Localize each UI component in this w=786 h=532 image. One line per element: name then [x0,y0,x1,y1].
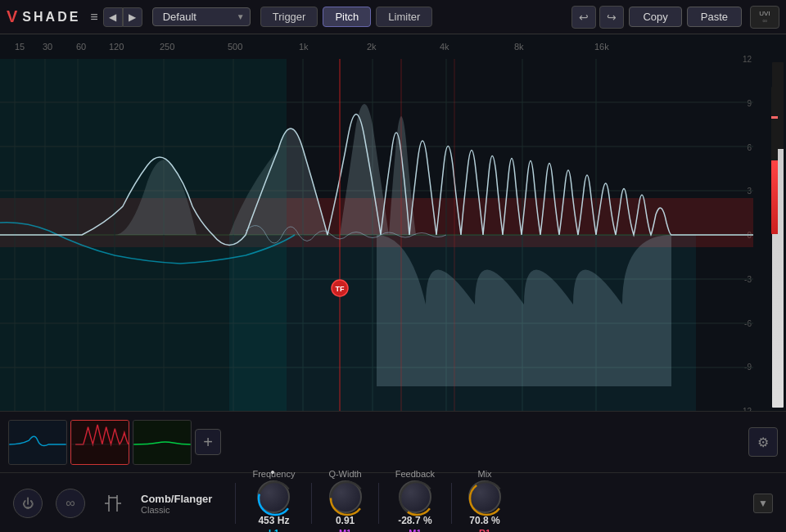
freq-label-30: 30 [43,42,52,52]
loop-icon: ∞ [66,496,75,511]
mix-channel: R1 [479,528,490,532]
loop-button[interactable]: ∞ [56,489,85,518]
meter-right [771,87,778,234]
mix-label: Mix [477,469,491,479]
nav-next-button[interactable]: ▶ [123,7,142,27]
frequency-knob-group: Frequency 453 Hz L1 [252,469,295,532]
freq-label-2k: 2k [367,42,377,52]
qwidth-label: Q-Width [328,469,361,479]
pitch-button[interactable]: Pitch [323,7,371,27]
paste-button[interactable]: Paste [687,7,742,27]
menu-icon[interactable]: ≡ [90,10,97,25]
svg-rect-25 [71,421,128,464]
freq-label-1k: 1k [299,42,309,52]
limiter-button[interactable]: Limiter [376,7,432,27]
qwidth-knob-group: Q-Width 0.91 M1 [328,469,361,532]
app-name: SHADE [22,10,80,25]
bottom-controls: ⏻ ∞ Comb/Flanger Classic Frequency 453 H… [0,472,786,532]
preset-label: Default [163,11,196,23]
logo-area: V SHADE [7,7,80,26]
qwidth-channel: M1 [339,528,351,532]
mix-knob-group: Mix 70.8 % R1 [468,469,501,532]
band-type-icon [98,489,128,518]
band-thumbnails: + ⚙ [0,411,786,472]
divider-1 [235,483,236,524]
add-band-button[interactable]: + [195,429,221,455]
frequency-knob[interactable] [257,480,290,513]
eq-area: 15 30 60 120 250 500 1k 2k 4k 8k 16k 12 … [0,34,786,411]
divider-3 [378,483,379,524]
feedback-knob[interactable] [399,480,431,513]
freq-label-4k: 4k [440,42,449,52]
level-meters [770,59,786,411]
mix-knob[interactable] [468,480,501,513]
freq-label-8k: 8k [514,42,524,52]
band-thumb-2[interactable] [70,420,129,465]
settings-button[interactable]: ⚙ [748,427,778,457]
freq-label-16k: 16k [594,42,609,52]
feedback-knob-group: Feedback -28.7 % M1 [395,469,435,532]
undo-button[interactable]: ↩ [571,6,596,29]
band-name-title: Comb/Flanger [141,493,212,505]
frequency-channel: L1 [269,528,279,532]
copy-button[interactable]: Copy [629,7,681,27]
nav-prev-button[interactable]: ◀ [103,7,123,27]
svg-text:TF: TF [336,285,345,293]
uvi-badge: UVI ∞ [750,6,779,29]
freq-label-15: 15 [15,42,25,52]
power-button[interactable]: ⏻ [13,489,43,518]
freq-label-60: 60 [76,42,86,52]
freq-label-120: 120 [109,42,124,52]
freq-ruler: 15 30 60 120 250 500 1k 2k 4k 8k 16k [0,34,753,59]
band-name: Comb/Flanger Classic [141,493,212,515]
preset-dropdown[interactable]: Default ▼ [152,7,251,26]
divider-4 [451,483,452,524]
band-thumb-3[interactable] [133,420,192,465]
meter-right-fill [771,160,778,234]
trigger-button[interactable]: Trigger [260,7,318,27]
freq-label-250: 250 [160,42,174,52]
top-bar: V SHADE ≡ ◀ ▶ Default ▼ Trigger Pitch Li… [0,0,786,34]
band-thumb-1[interactable] [8,420,67,465]
qwidth-knob[interactable] [329,480,362,513]
power-icon: ⏻ [22,497,34,510]
redo-button[interactable]: ↪ [599,6,624,29]
dropdown-arrow-icon: ▼ [237,12,245,21]
feedback-label: Feedback [395,469,435,479]
meter-peak [771,116,778,119]
freq-label-500: 500 [228,42,242,52]
feedback-channel: M1 [409,528,421,532]
eq-curve-svg: TF [0,59,753,411]
bottom-dropdown-button[interactable]: ▼ [753,494,773,513]
nav-arrows: ◀ ▶ [103,7,142,27]
band-name-sub: Classic [141,505,212,515]
undo-redo-group: ↩ ↪ [571,6,624,29]
svg-rect-24 [9,421,66,464]
logo-v-icon: V [7,7,17,26]
divider-2 [311,483,312,524]
